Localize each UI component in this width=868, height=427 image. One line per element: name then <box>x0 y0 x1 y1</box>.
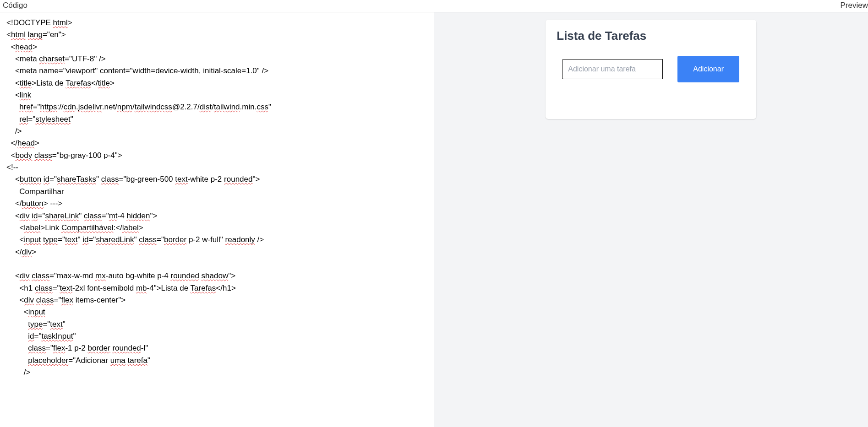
add-button[interactable]: Adicionar <box>677 56 739 82</box>
card-title: Lista de Tarefas <box>557 29 745 43</box>
code-panel-header: Código <box>0 0 434 12</box>
task-card: Lista de Tarefas Adicionar <box>546 20 756 119</box>
app-container: Código <!DOCTYPE html> <html lang="en"> … <box>0 0 868 427</box>
code-wrapper: <!DOCTYPE html> <html lang="en"> <head> … <box>0 12 434 427</box>
input-row: Adicionar <box>557 56 745 82</box>
preview-area: Lista de Tarefas Adicionar <box>434 12 868 427</box>
code-editor[interactable]: <!DOCTYPE html> <html lang="en"> <head> … <box>0 12 434 427</box>
task-input[interactable] <box>562 59 663 79</box>
preview-panel: Preview Lista de Tarefas Adicionar <box>434 0 868 427</box>
code-panel: Código <!DOCTYPE html> <html lang="en"> … <box>0 0 434 427</box>
preview-panel-header: Preview <box>434 0 868 12</box>
